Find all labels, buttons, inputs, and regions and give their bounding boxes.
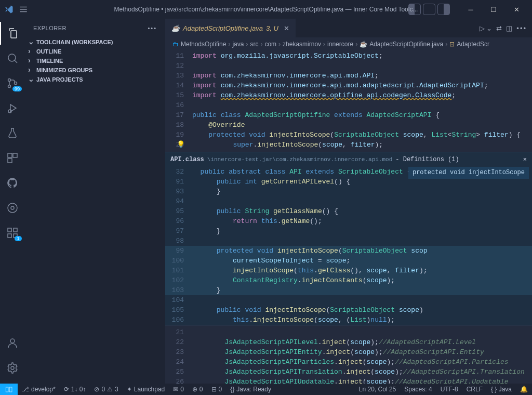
status-encoding[interactable]: UTF-8 — [436, 386, 462, 393]
close-icon[interactable]: ✕ — [284, 24, 289, 32]
tab-bar: ☕ AdaptedScriptOptifine.java 3, U ✕ ▷ ⌄ … — [165, 19, 532, 37]
breadcrumb[interactable]: 🗀 MethodsOptifine › java › src › com › z… — [165, 37, 532, 51]
status-language[interactable]: { } Java — [487, 386, 516, 393]
remote-button[interactable]: ⌷⌷ — [0, 384, 18, 395]
svg-rect-15 — [14, 228, 17, 232]
peek-view: API.class \innercore-test.jar\com.zhekas… — [165, 152, 532, 325]
accounts-tab[interactable] — [0, 332, 25, 354]
workspace-section[interactable]: TOOLCHAIN (WORKSPACE) — [25, 37, 165, 47]
source-control-tab[interactable]: 99 — [0, 72, 25, 95]
run-debug-tab[interactable] — [0, 97, 25, 120]
timeline-section[interactable]: TIMELINE — [25, 56, 165, 65]
svg-point-12 — [8, 203, 17, 213]
svg-rect-14 — [8, 228, 11, 232]
svg-rect-16 — [8, 234, 11, 238]
run-icon[interactable]: ▷ ⌄ — [480, 24, 493, 32]
editor-more-icon[interactable]: ••• — [516, 24, 527, 32]
compare-icon[interactable]: ⇄ — [496, 24, 502, 32]
status-bell-icon[interactable]: 🔔 — [516, 386, 532, 393]
editor: ☕ AdaptedScriptOptifine.java 3, U ✕ ▷ ⌄ … — [165, 19, 532, 384]
titlebar: MethodsOptifine • java\src\com\zhekasmir… — [0, 0, 532, 19]
split-icon[interactable]: ◫ — [506, 24, 512, 32]
status-launchpad[interactable]: ✦ Launchpad — [123, 384, 169, 395]
close-icon[interactable]: ✕ — [523, 155, 527, 165]
minimize-button[interactable]: ─ — [459, 1, 482, 18]
svg-rect-11 — [8, 159, 12, 163]
svg-rect-9 — [8, 153, 12, 157]
svg-point-18 — [10, 339, 15, 343]
svg-point-19 — [11, 366, 14, 370]
peek-result[interactable]: protected void injectIntoScope — [408, 167, 529, 179]
svg-point-6 — [8, 85, 11, 88]
code-area[interactable]: 11import org.mozilla.javascript.Scriptab… — [165, 51, 532, 384]
status-branch[interactable]: ⎇ develop* — [18, 384, 60, 395]
svg-point-3 — [8, 54, 16, 61]
svg-rect-10 — [13, 153, 17, 157]
testing-tab[interactable] — [0, 122, 25, 144]
outline-section[interactable]: OUTLINE — [25, 47, 165, 56]
svg-line-4 — [15, 60, 17, 63]
java-file-icon: ☕ — [171, 24, 180, 32]
status-spaces[interactable]: Spaces: 4 — [400, 386, 436, 393]
status-position[interactable]: Ln 20, Col 25 — [355, 386, 400, 393]
java-projects-section[interactable]: JAVA PROJECTS — [25, 75, 165, 84]
explorer-tab[interactable] — [0, 22, 25, 45]
explorer-more-icon[interactable]: ••• — [148, 25, 157, 31]
status-problems[interactable]: ⊘ 0 ⚠ 3 — [90, 384, 122, 395]
status-bar: ⌷⌷ ⎇ develop* ⟳ 1↓ 0↑ ⊘ 0 ⚠ 3 ✦ Launchpa… — [0, 384, 532, 395]
status-sync[interactable]: ⟳ 1↓ 0↑ — [60, 384, 90, 395]
window-title: MethodsOptifine • java\src\com\zhekasmir… — [114, 6, 418, 13]
svg-point-7 — [15, 82, 17, 85]
minimized-section[interactable]: MINIMIZED GROUPS — [25, 65, 165, 75]
status-eol[interactable]: CRLF — [462, 386, 487, 393]
svg-point-5 — [8, 79, 11, 82]
search-tab[interactable] — [0, 47, 25, 70]
status-java[interactable]: {} Java: Ready — [226, 384, 275, 395]
close-button[interactable]: ✕ — [505, 1, 528, 18]
gitlens-tab[interactable] — [0, 196, 25, 219]
explorer-title: EXPLORER — [33, 25, 66, 31]
activity-bar: 99 1 — [0, 19, 25, 384]
settings-tab[interactable] — [0, 357, 25, 379]
extensions-tab[interactable]: 1 — [0, 221, 25, 244]
github-tab[interactable] — [0, 172, 25, 194]
menu-icon[interactable] — [19, 5, 28, 14]
vscode-icon — [4, 5, 14, 14]
svg-point-13 — [11, 206, 14, 209]
references-tab[interactable] — [0, 147, 25, 169]
tab-adapted-script[interactable]: ☕ AdaptedScriptOptifine.java 3, U ✕ — [165, 19, 296, 37]
sidebar: EXPLORER ••• TOOLCHAIN (WORKSPACE) 🗀 Inn… — [25, 19, 165, 384]
maximize-button[interactable]: ☐ — [482, 1, 505, 18]
